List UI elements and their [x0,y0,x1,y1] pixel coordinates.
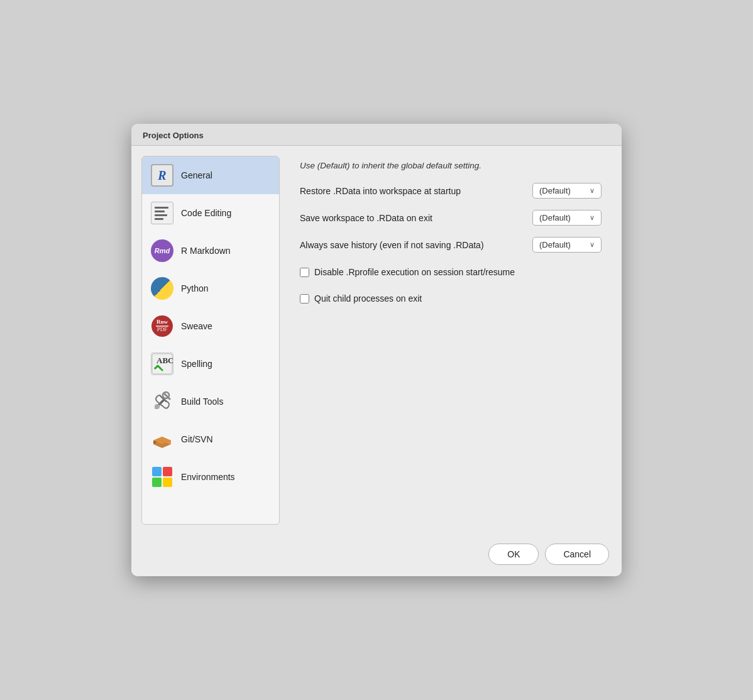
svg-rect-13 [152,467,162,476]
sidebar-item-label: Git/SVN [181,434,213,444]
sidebar-item-label: Environments [181,472,235,482]
options-grid: Restore .RData into workspace at startup… [300,183,602,305]
rmd-icon: Rmd [151,239,173,262]
save-workspace-dropdown[interactable]: (Default) ∨ [532,210,602,226]
restore-rdata-label: Restore .RData into workspace at startup [300,186,461,196]
sidebar-item-label: R Markdown [181,246,231,256]
chevron-down-icon: ∨ [590,241,595,249]
sweave-icon: Rnw PDF [151,315,173,337]
r-icon: R [151,164,173,187]
sidebar-item-label: Code Editing [181,208,231,218]
sidebar-item-build-tools[interactable]: Build Tools [142,383,279,420]
sidebar-item-label: Build Tools [181,396,223,407]
sidebar-item-git-svn[interactable]: Git/SVN [142,420,279,458]
ok-button[interactable]: OK [488,544,539,565]
code-editing-icon [151,202,173,224]
dialog-title: Project Options [143,131,204,140]
python-icon [151,277,173,300]
restore-rdata-row: Restore .RData into workspace at startup… [300,183,602,199]
svg-text:ABC: ABC [157,356,173,365]
save-workspace-label: Save workspace to .RData on exit [300,213,432,223]
dialog-titlebar: Project Options [131,124,622,146]
save-history-label: Always save history (even if not saving … [300,240,484,250]
sidebar-item-general[interactable]: R General [142,156,279,194]
quit-child-processes-label: Quit child processes on exit [314,293,422,305]
restore-rdata-value: (Default) [539,186,571,195]
save-history-row: Always save history (even if not saving … [300,237,602,253]
spelling-icon: ABC [151,353,173,375]
git-svn-icon [151,428,173,451]
main-content: Use (Default) to inherit the global defa… [290,156,612,525]
save-workspace-row: Save workspace to .RData on exit (Defaul… [300,210,602,226]
chevron-down-icon: ∨ [590,187,595,195]
sidebar-item-label: Sweave [181,321,212,331]
dialog-body: R General Code Editing [131,146,622,535]
cancel-button[interactable]: Cancel [545,544,609,565]
sidebar-item-label: Spelling [181,359,212,369]
save-history-dropdown[interactable]: (Default) ∨ [532,237,602,253]
sidebar-item-label: General [181,170,212,180]
disable-rprofile-row: Disable .Rprofile execution on session s… [300,266,602,279]
dialog-footer: OK Cancel [131,535,622,576]
save-workspace-value: (Default) [539,213,571,222]
svg-rect-14 [163,467,172,476]
project-options-dialog: Project Options R General [131,124,622,576]
restore-rdata-dropdown[interactable]: (Default) ∨ [532,183,602,199]
sidebar: R General Code Editing [141,156,280,525]
environments-icon [151,466,173,488]
sidebar-item-sweave[interactable]: Rnw PDF Sweave [142,307,279,345]
svg-text:PDF: PDF [157,326,168,332]
sidebar-item-environments[interactable]: Environments [142,458,279,496]
hint-text: Use (Default) to inherit the global defa… [300,161,602,170]
disable-rprofile-checkbox[interactable] [300,268,309,277]
sidebar-item-spelling[interactable]: ABC Spelling [142,345,279,383]
build-tools-icon [151,390,173,413]
sidebar-item-r-markdown[interactable]: Rmd R Markdown [142,232,279,270]
quit-child-processes-row: Quit child processes on exit [300,293,602,305]
svg-rect-16 [163,478,172,487]
svg-point-11 [155,404,160,409]
sidebar-item-label: Python [181,283,209,293]
sidebar-item-python[interactable]: Python [142,270,279,307]
disable-rprofile-label: Disable .Rprofile execution on session s… [314,266,515,279]
sidebar-item-code-editing[interactable]: Code Editing [142,194,279,232]
chevron-down-icon: ∨ [590,214,595,222]
svg-text:Rnw: Rnw [157,319,168,325]
quit-child-processes-checkbox[interactable] [300,294,309,304]
svg-rect-15 [152,478,162,487]
save-history-value: (Default) [539,240,571,249]
